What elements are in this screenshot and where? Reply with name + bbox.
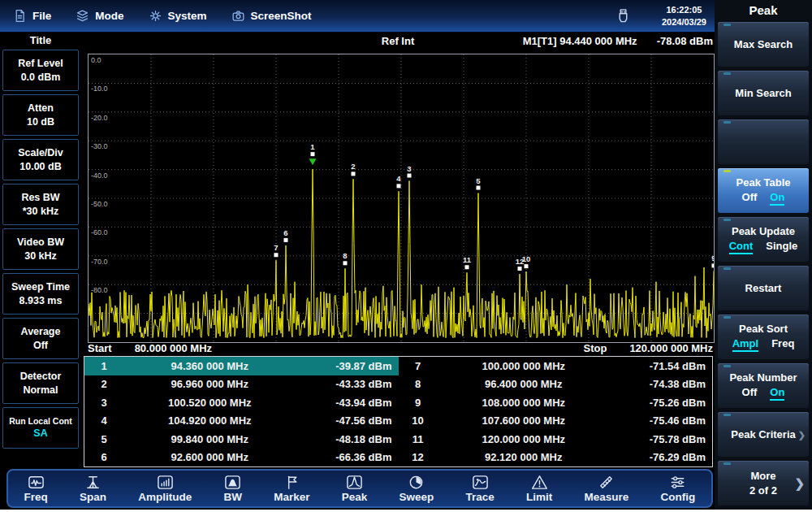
peak-row-7[interactable]: 7100.000 000 MHz-71.54 dBm [399, 357, 713, 375]
start-label: Start [88, 342, 112, 354]
peak-row-2[interactable]: 296.960 000 MHz-43.33 dBm [84, 375, 399, 394]
option-ampl[interactable]: Ampl [732, 337, 759, 352]
softkey-options: OffOn [742, 386, 785, 401]
peak-row-1[interactable]: 194.360 000 MHz-39.87 dBm [84, 357, 399, 375]
start-value: 80.000 000 MHz [135, 342, 212, 354]
softkey-peak-table[interactable]: Peak TableOffOn [718, 168, 809, 213]
option-on[interactable]: On [770, 386, 784, 401]
field-scale-div[interactable]: Scale/Div10.00 dB [2, 139, 79, 180]
softkey-peak-number[interactable]: Peak NumberOffOn [718, 363, 809, 408]
peak-marker-square-9 [712, 263, 715, 267]
toolbar-item-config[interactable]: Config [660, 474, 695, 504]
mode-icon [76, 9, 89, 23]
toolbar-item-marker[interactable]: Marker [274, 474, 309, 504]
peak-row-8[interactable]: 896.400 000 MHz-74.38 dBm [399, 375, 713, 394]
stop-freq: Stop 120.000 000 MHz [583, 342, 713, 354]
softkey-more[interactable]: More2 of 2❯ [718, 461, 809, 505]
option-freq[interactable]: Freq [771, 337, 794, 352]
peak-label-6: 6 [283, 228, 287, 237]
toolbar-label: Amplitude [138, 491, 192, 504]
peak-row-9[interactable]: 9108.000 000 MHz-75.26 dBm [399, 393, 713, 412]
y-tick-label: -50.0 [91, 200, 108, 208]
toolbar-label: Trace [466, 491, 495, 504]
option-off[interactable]: Off [742, 191, 758, 206]
peak-row-3[interactable]: 3100.520 000 MHz-43.94 dBm [84, 393, 399, 412]
field-average[interactable]: AverageOff [2, 318, 79, 359]
field-sweep-time[interactable]: Sweep Time8.933 ms [2, 273, 79, 315]
marker-readout-freq: M1[T1] 94.440 000 MHz [523, 35, 637, 47]
menu-screenshot[interactable]: ScreenShot [231, 9, 312, 23]
toolbar-item-limit[interactable]: Limit [526, 474, 552, 504]
softkey-peak-update[interactable]: Peak UpdateContSingle [718, 217, 809, 262]
peak-table: 194.360 000 MHz-39.87 dBm296.960 000 MHz… [84, 356, 713, 467]
softkey-notch [723, 365, 731, 367]
peak-freq: 96.960 000 MHz [123, 378, 296, 390]
menu-file[interactable]: File [13, 9, 51, 23]
softkey-peak-sort[interactable]: Peak SortAmplFreq [718, 315, 809, 359]
softkey-label: Min Search [735, 87, 791, 99]
field-ref-level[interactable]: Ref Level0.0 dBm [2, 50, 79, 91]
field-detector[interactable]: DetectorNormal [2, 362, 79, 404]
peak-label-12: 12 [516, 257, 525, 266]
option-on[interactable]: On [770, 191, 784, 206]
field-video-bw[interactable]: Video BW30 kHz [2, 228, 79, 270]
spectrum-trace-svg: 0.0-10.0-20.0-30.0-40.0-50.0-60.0-70.0-8… [89, 54, 714, 342]
softkey-restart[interactable]: Restart [718, 266, 809, 310]
softkey-label: Max Search [734, 38, 793, 50]
y-tick-label: -10.0 [91, 85, 108, 93]
softkey-max-search[interactable]: Max Search [718, 22, 809, 67]
softkey-empty[interactable] [718, 119, 809, 164]
grid [89, 54, 714, 342]
option-off[interactable]: Off [742, 386, 758, 401]
toolbar-label: Limit [526, 491, 552, 504]
peak-row-6[interactable]: 692.600 000 MHz-66.36 dBm [84, 449, 399, 467]
peak-marker-square-7 [274, 253, 279, 257]
menu-mode[interactable]: Mode [76, 9, 123, 23]
y-tick-label: -40.0 [91, 171, 108, 180]
toolbar-item-amplitude[interactable]: Amplitude [138, 474, 192, 504]
softkey-notch [723, 72, 731, 75]
toolbar-item-sweep[interactable]: Sweep [400, 474, 434, 504]
title-label: Title [0, 33, 81, 50]
spectrum-plot[interactable]: 0.0-10.0-20.0-30.0-40.0-50.0-60.0-70.0-8… [88, 54, 715, 343]
menu-label: ScreenShot [251, 10, 312, 22]
option-single[interactable]: Single [766, 240, 797, 254]
toolbar-item-bw[interactable]: BW [224, 474, 243, 504]
bottom-toolbar: FreqSpanAmplitudeBWMarkerPeakSweepTraceL… [6, 469, 713, 508]
peak-amp: -71.54 dBm [610, 360, 706, 372]
softkey-panel-title: Peak [718, 0, 809, 22]
softkey-options: OffOn [742, 191, 785, 206]
peak-num: 3 [84, 397, 123, 409]
peak-label-2: 2 [351, 162, 355, 171]
toolbar-item-freq[interactable]: Freq [24, 474, 48, 504]
field-label: Run Local Cont [9, 416, 72, 426]
trace-icon [472, 474, 489, 491]
peak-freq: 104.920 000 MHz [123, 414, 296, 427]
peak-marker-square-1 [311, 152, 315, 156]
field-res-bw[interactable]: Res BW*30 kHz [2, 184, 79, 225]
softkey-min-search[interactable]: Min Search [718, 71, 809, 115]
toolbar-item-trace[interactable]: Trace [466, 474, 495, 504]
peak-num: 5 [84, 433, 123, 445]
clock-time: 16:22:05 [662, 4, 706, 16]
field-atten[interactable]: Atten10 dB [2, 94, 79, 136]
peak-row-12[interactable]: 1292.120 000 MHz-76.29 dBm [399, 449, 713, 467]
toolbar-item-peak[interactable]: Peak [342, 474, 368, 504]
field-label: Scale/Div [18, 147, 63, 158]
peak-num: 7 [399, 360, 438, 372]
peak-row-4[interactable]: 4104.920 000 MHz-47.56 dBm [84, 412, 399, 431]
toolbar-item-span[interactable]: Span [80, 474, 106, 504]
peak-row-5[interactable]: 599.840 000 MHz-48.18 dBm [84, 430, 399, 449]
option-cont[interactable]: Cont [729, 240, 754, 254]
softkey-notch [723, 219, 731, 221]
field-run-local-cont[interactable]: Run Local ContSA [2, 407, 79, 449]
peak-freq: 96.400 000 MHz [438, 378, 611, 390]
toolbar-item-measure[interactable]: Measure [584, 474, 628, 504]
menu-system[interactable]: System [149, 9, 207, 23]
peak-row-11[interactable]: 11120.000 000 MHz-75.78 dBm [399, 430, 713, 449]
softkey-peak-criteria[interactable]: Peak Criteria❯ [718, 412, 809, 457]
limit-icon [531, 474, 548, 491]
softkey-panel: Peak Max SearchMin SearchPeak TableOffOn… [715, 0, 812, 510]
peak-amp: -48.18 dBm [296, 433, 392, 445]
peak-row-10[interactable]: 10107.600 000 MHz-75.46 dBm [399, 412, 713, 431]
